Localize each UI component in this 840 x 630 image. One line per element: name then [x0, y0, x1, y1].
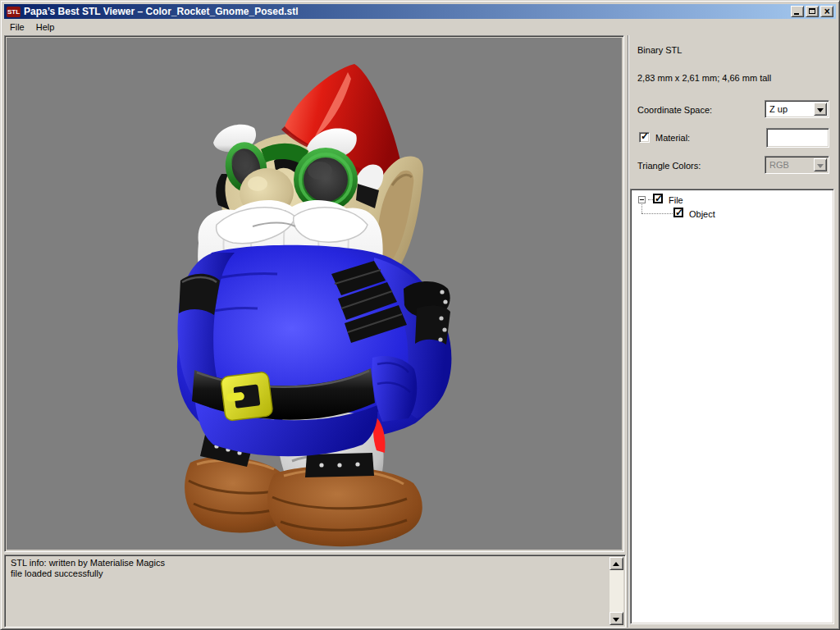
properties-panel: Binary STL 2,83 mm x 2,61 mm; 4,66 mm ta…	[628, 35, 838, 628]
menubar: File Help	[4, 20, 836, 34]
tree-expander[interactable]	[638, 196, 646, 203]
app-icon[interactable]: STL	[7, 7, 21, 17]
scroll-down-button[interactable]	[609, 612, 623, 625]
log-line: file loaded successfully	[11, 568, 605, 579]
stl-model-gnome	[7, 38, 622, 550]
app-window: STL Papa’s Best STL Viewer – Color_Rocke…	[0, 0, 840, 630]
format-label: Binary STL	[637, 45, 682, 55]
arrow-down-icon	[613, 618, 619, 622]
triangle-colors-value: RGB	[769, 160, 812, 170]
dropdown-arrow-button	[814, 158, 827, 171]
minimize-button[interactable]	[791, 6, 804, 17]
triangle-colors-label: Triangle Colors:	[637, 161, 701, 171]
triangle-colors-select: RGB	[765, 156, 829, 174]
minimize-icon	[794, 13, 799, 15]
check-icon: ✓	[641, 130, 649, 142]
minus-icon	[640, 199, 644, 200]
coordinate-space-select[interactable]: Z up	[765, 100, 829, 118]
log-scrollbar[interactable]	[609, 557, 623, 625]
tree-connector	[641, 204, 642, 213]
coordinate-space-value: Z up	[769, 104, 812, 114]
material-checkbox[interactable]: ✓	[639, 132, 650, 143]
coordinate-space-label: Coordinate Space:	[637, 105, 712, 115]
tree-checkbox-object[interactable]: ✓	[673, 208, 683, 217]
log-text[interactable]: STL info: written by Materialise Magics …	[7, 557, 609, 625]
log-line: STL info: written by Materialise Magics	[11, 558, 605, 568]
log-panel: STL info: written by Materialise Magics …	[4, 555, 626, 628]
arrow-up-icon	[613, 562, 619, 566]
menu-file[interactable]: File	[4, 21, 30, 34]
tree-connector	[641, 213, 673, 214]
dimensions-label: 2,83 mm x 2,61 mm; 4,66 mm tall	[637, 73, 771, 83]
model-viewport[interactable]	[7, 38, 622, 550]
maximize-icon	[809, 8, 815, 14]
material-color-swatch[interactable]	[766, 128, 829, 148]
check-icon: ✓	[675, 207, 683, 218]
chevron-down-icon	[817, 108, 824, 112]
check-icon: ✓	[655, 193, 663, 204]
window-title: Papa’s Best STL Viewer – Color_Rocket_Gn…	[24, 6, 299, 17]
close-icon: ×	[821, 6, 833, 17]
material-label: Material:	[655, 133, 690, 143]
tree-checkbox-file[interactable]: ✓	[653, 194, 663, 203]
maximize-button[interactable]	[806, 6, 819, 17]
scroll-up-button[interactable]	[609, 557, 623, 570]
chevron-down-icon	[817, 164, 824, 168]
tree-item-file[interactable]: File	[669, 195, 683, 205]
close-button[interactable]: ×	[820, 6, 833, 17]
tree-item-object[interactable]: Object	[689, 209, 715, 219]
dropdown-arrow-button[interactable]	[814, 103, 827, 116]
menu-help[interactable]: Help	[30, 21, 61, 34]
scene-tree: ✓ File ✓ Object	[630, 189, 834, 624]
titlebar[interactable]: STL Papa’s Best STL Viewer – Color_Rocke…	[4, 4, 836, 19]
viewport-frame	[4, 35, 624, 552]
